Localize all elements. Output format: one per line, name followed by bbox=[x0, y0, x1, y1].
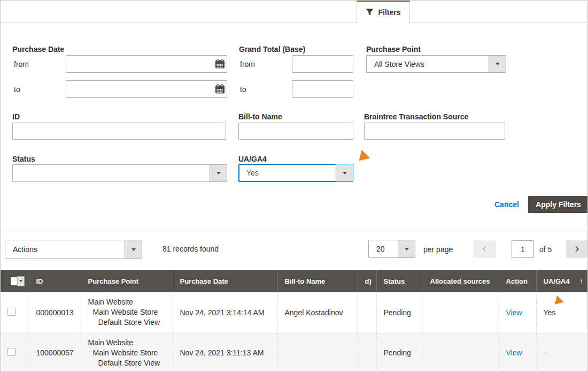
column-header-id[interactable]: ID bbox=[29, 270, 81, 292]
orders-grid: ID Purchase Point Purchase Date Bill-to … bbox=[1, 270, 588, 372]
total-pages-text: of 5 bbox=[539, 245, 552, 254]
braintree-source-field bbox=[364, 123, 505, 140]
view-order-link[interactable]: View bbox=[506, 348, 522, 357]
cell-bill-to-name bbox=[277, 333, 358, 372]
cell-status: Pending bbox=[376, 292, 423, 333]
filter-funnel-icon bbox=[366, 8, 374, 19]
ua-ga4-select-value: Yes bbox=[239, 164, 336, 181]
chevron-down-icon bbox=[398, 240, 415, 257]
cell-id: 000000013 bbox=[29, 292, 81, 333]
id-filter-field bbox=[12, 123, 226, 140]
ua-ga4-value: Yes bbox=[544, 308, 556, 317]
select-all-header bbox=[1, 270, 29, 292]
purchase-point-select[interactable]: All Store Views bbox=[366, 55, 506, 73]
column-header-ua-ga4-label: UA/GA4 bbox=[544, 277, 570, 285]
view-order-link[interactable]: View bbox=[506, 308, 522, 317]
grid-toolbar: Actions 81 records found 20 per page ‹ o… bbox=[1, 232, 588, 267]
purchase-date-to-input[interactable] bbox=[66, 81, 213, 97]
purchase-date-label: Purchase Date bbox=[12, 45, 64, 54]
purchase-date-from-field bbox=[66, 55, 227, 73]
cell-purchase-point: Main Website Main Website Store Default … bbox=[81, 333, 173, 372]
table-row: 100000057 Main Website Main Website Stor… bbox=[1, 333, 588, 372]
filters-tab-button[interactable]: Filters bbox=[357, 1, 410, 25]
previous-page-button[interactable]: ‹ bbox=[473, 240, 496, 258]
status-filter-label: Status bbox=[12, 155, 35, 163]
column-header-grand-total-truncated[interactable]: d) bbox=[358, 270, 376, 292]
cell-purchase-date: Nov 24, 2021 3:14:14 AM bbox=[173, 292, 277, 333]
column-header-status[interactable]: Status bbox=[376, 270, 423, 292]
annotation-arrow-icon bbox=[355, 150, 370, 165]
calendar-icon[interactable] bbox=[213, 84, 227, 94]
page-size-value: 20 bbox=[369, 240, 398, 257]
calendar-icon[interactable] bbox=[213, 59, 227, 69]
cell-ua-ga4: - bbox=[536, 333, 588, 372]
tab-strip bbox=[1, 1, 588, 22]
actions-select[interactable]: Actions bbox=[5, 240, 142, 259]
records-found-text: 81 records found bbox=[163, 245, 219, 253]
cell-ua-ga4: Yes bbox=[536, 292, 588, 333]
apply-filters-button[interactable]: Apply Filters bbox=[528, 196, 588, 213]
column-header-purchase-point[interactable]: Purchase Point bbox=[81, 270, 173, 292]
chevron-down-icon bbox=[336, 164, 353, 181]
id-filter-label: ID bbox=[12, 112, 20, 121]
cell-allocated-sources bbox=[423, 292, 499, 333]
bill-to-name-field bbox=[238, 123, 353, 140]
cell-id: 100000057 bbox=[29, 333, 81, 372]
id-filter-input[interactable] bbox=[13, 123, 226, 139]
column-header-allocated-sources[interactable]: Allocated sources bbox=[423, 270, 499, 292]
braintree-source-input[interactable] bbox=[365, 123, 505, 139]
ua-ga4-select[interactable]: Yes bbox=[238, 164, 353, 182]
grid-header-row: ID Purchase Point Purchase Date Bill-to … bbox=[1, 270, 588, 292]
cell-grand-total bbox=[358, 333, 376, 372]
column-header-action[interactable]: Action bbox=[499, 270, 536, 292]
cell-action: View bbox=[499, 333, 536, 372]
next-page-button[interactable]: › bbox=[566, 240, 588, 258]
table-row: 000000013 Main Website Main Website Stor… bbox=[1, 292, 588, 333]
grand-total-from-input[interactable] bbox=[292, 56, 353, 72]
cell-action: View bbox=[499, 292, 536, 333]
sort-ascending-icon[interactable]: ↑ bbox=[579, 277, 584, 285]
cell-status: Pending bbox=[376, 333, 423, 372]
grand-total-to-field bbox=[292, 80, 353, 98]
annotation-arrow-icon bbox=[551, 295, 563, 308]
page-size-select[interactable]: 20 bbox=[368, 240, 415, 258]
filters-tab-label: Filters bbox=[378, 8, 400, 19]
chevron-down-icon bbox=[210, 165, 227, 181]
orders-grid-page: Filters Purchase Date from to bbox=[0, 0, 588, 372]
status-select[interactable] bbox=[12, 164, 227, 182]
per-page-label: per page bbox=[423, 245, 453, 254]
select-all-checkbox[interactable] bbox=[11, 277, 17, 285]
grand-total-label: Grand Total (Base) bbox=[239, 45, 305, 54]
cell-bill-to-name: Angel Kostadinov bbox=[277, 292, 358, 333]
grand-total-to-label: to bbox=[240, 85, 246, 94]
bill-to-name-label: Bill-to Name bbox=[238, 112, 282, 121]
ua-ga4-filter-label: UA/GA4 bbox=[238, 155, 267, 163]
cancel-button[interactable]: Cancel bbox=[494, 200, 519, 209]
select-options-dropdown[interactable] bbox=[17, 276, 25, 286]
column-header-bill-to-name[interactable]: Bill-to Name bbox=[277, 270, 358, 292]
cell-purchase-point: Main Website Main Website Store Default … bbox=[81, 292, 173, 333]
current-page-input[interactable] bbox=[512, 240, 534, 258]
braintree-source-label: Braintree Transaction Source bbox=[364, 112, 468, 121]
column-header-purchase-date[interactable]: Purchase Date bbox=[173, 270, 277, 292]
grand-total-from-label: from bbox=[240, 60, 255, 69]
row-checkbox[interactable] bbox=[7, 308, 16, 316]
purchase-point-label: Purchase Point bbox=[366, 45, 421, 54]
purchase-date-from-label: from bbox=[14, 60, 29, 69]
chevron-down-icon bbox=[125, 240, 142, 259]
purchase-date-from-input[interactable] bbox=[66, 56, 213, 72]
column-header-ua-ga4[interactable]: UA/GA4 ↑ bbox=[536, 270, 588, 292]
chevron-down-icon bbox=[489, 56, 506, 72]
cell-grand-total bbox=[358, 292, 376, 333]
cell-purchase-date: Nov 24, 2021 3:11:13 AM bbox=[173, 333, 277, 372]
filters-panel: Purchase Date from to bbox=[1, 22, 588, 231]
purchase-date-to-label: to bbox=[14, 85, 20, 94]
grand-total-to-input[interactable] bbox=[292, 81, 353, 97]
grand-total-from-field bbox=[292, 55, 353, 73]
actions-select-value: Actions bbox=[5, 240, 125, 259]
purchase-point-value: All Store Views bbox=[367, 56, 489, 72]
row-checkbox[interactable] bbox=[7, 348, 16, 356]
bill-to-name-input[interactable] bbox=[239, 123, 353, 139]
purchase-date-to-field bbox=[66, 80, 227, 98]
status-select-value bbox=[13, 165, 210, 181]
